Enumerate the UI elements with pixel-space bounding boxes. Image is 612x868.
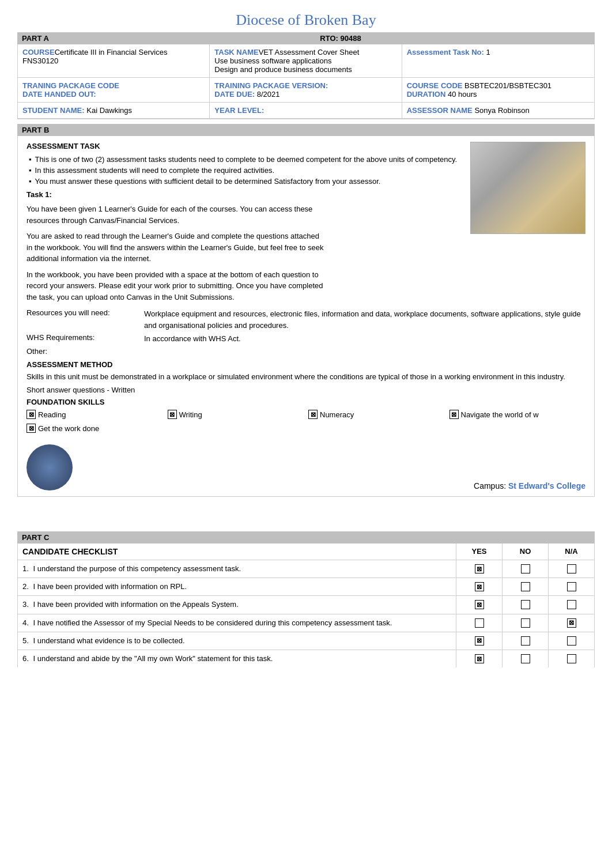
checklist-na-4: ⊠ xyxy=(548,614,594,632)
task-sub2: Design and produce business documents xyxy=(214,65,396,74)
get-work-done-checkbox: ⊠ xyxy=(27,424,36,433)
course-label: COURSE xyxy=(22,48,55,56)
reading-label: Reading xyxy=(38,410,66,419)
assessor-name-value: Sonya Robinson xyxy=(474,106,529,115)
date-due-label: DATE DUE: xyxy=(214,90,255,99)
task-name-value: VET Assessment Cover Sheet xyxy=(259,48,360,56)
checklist-row-1: 1. I understand the purpose of this comp… xyxy=(17,560,595,578)
col-na-header: N/A xyxy=(548,544,594,560)
checklist-row-4: 4. I have notified the Assessor of my Sp… xyxy=(17,614,595,632)
na-checkbox-1 xyxy=(567,564,576,573)
navigate-checkbox: ⊠ xyxy=(449,410,459,419)
duration-value: 40 hours xyxy=(448,90,477,99)
yes-checkbox-4 xyxy=(475,618,484,628)
task1-text-1: You have been given 1 Learner's Guide fo… xyxy=(27,203,326,226)
checklist-no-6 xyxy=(502,650,548,667)
checklist-row-5: 5. I understand what evidence is to be c… xyxy=(17,632,595,650)
checklist-no-3 xyxy=(502,596,548,613)
page-title: Diocese of Broken Bay xyxy=(17,12,595,29)
part-b-content: ASSESSMENT TASK This is one of two (2) a… xyxy=(17,136,595,497)
skill-navigate: ⊠ Navigate the world of w xyxy=(449,410,586,419)
checklist-yes-2: ⊠ xyxy=(456,578,502,595)
part-b-header: PART B xyxy=(17,124,595,136)
checklist-text-4: 4. I have notified the Assessor of my Sp… xyxy=(18,614,456,632)
checklist-yes-4 xyxy=(456,614,502,632)
no-checkbox-6 xyxy=(521,654,530,663)
yes-checkbox-3: ⊠ xyxy=(475,600,484,609)
whs-label: WHS Requirements: xyxy=(27,333,142,345)
task-sub1: Use business software applications xyxy=(214,56,396,65)
task-name-label: TASK NAME xyxy=(214,48,258,56)
training-pkg-label: TRANING PACKAGE CODE xyxy=(22,81,119,90)
course-sub1 xyxy=(22,65,205,74)
other-label: Other: xyxy=(27,347,142,356)
yes-checkbox-6: ⊠ xyxy=(475,654,484,663)
course-cell: COURSECertificate III in Financial Servi… xyxy=(18,44,210,77)
checklist-title: CANDIDATE CHECKLIST xyxy=(18,544,456,560)
date-handed-out-label: DATE HANDED OUT: xyxy=(22,90,205,99)
no-checkbox-2 xyxy=(521,582,530,591)
checklist-text-3: 3. I have been provided with information… xyxy=(18,596,456,613)
checklist-no-2 xyxy=(502,578,548,595)
checklist-na-2 xyxy=(548,578,594,595)
na-checkbox-4: ⊠ xyxy=(567,618,576,628)
checklist-na-6 xyxy=(548,650,594,667)
na-checkbox-6 xyxy=(567,654,576,663)
course-code-value: BSBTEC201/BSBTEC301 xyxy=(464,81,551,90)
resources-value: Workplace equipment and resources, elect… xyxy=(144,308,585,331)
na-checkbox-2 xyxy=(567,582,576,591)
bottom-circle-image xyxy=(27,444,73,490)
checklist-no-5 xyxy=(502,632,548,650)
year-level-label: YEAR LEVEL: xyxy=(214,106,264,115)
checklist-na-3 xyxy=(548,596,594,613)
assessment-task-cell: Assessment Task No: 1 xyxy=(402,44,594,77)
checklist-yes-6: ⊠ xyxy=(456,650,502,667)
course-code-cell: COURSE CODE BSBTEC201/BSBTEC301 DURATION… xyxy=(402,78,594,102)
na-checkbox-3 xyxy=(567,600,576,609)
checklist-yes-5: ⊠ xyxy=(456,632,502,650)
task1-text-3: In the workbook, you have been provided … xyxy=(27,269,326,303)
skill-reading: ⊠ Reading xyxy=(27,410,163,419)
date-due-value: 8/2021 xyxy=(257,90,280,99)
task-name-cell: TASK NAMEVET Assessment Cover Sheet Use … xyxy=(210,44,402,77)
image-placeholder xyxy=(471,142,585,233)
assessment-task-value: 1 xyxy=(486,48,490,56)
other-value xyxy=(144,347,585,356)
skill-numeracy: ⊠ Numeracy xyxy=(308,410,445,419)
no-checkbox-3 xyxy=(521,600,530,609)
student-name-cell: STUDENT NAME: Kai Dawkings xyxy=(18,103,210,118)
duration-label: DURATION xyxy=(407,90,446,99)
student-name-label: STUDENT NAME: xyxy=(22,106,85,115)
student-name-value: Kai Dawkings xyxy=(86,106,132,115)
part-c-header: PART C xyxy=(17,531,595,544)
year-level-cell: YEAR LEVEL: xyxy=(210,103,402,118)
yes-checkbox-5: ⊠ xyxy=(475,636,484,646)
checklist-yes-1: ⊠ xyxy=(456,560,502,578)
checklist-text-5: 5. I understand what evidence is to be c… xyxy=(18,632,456,650)
assessment-method-title: ASSESSMENT METHOD xyxy=(27,360,585,369)
course-code-label: COURSE CODE xyxy=(407,81,463,90)
campus-value: St Edward's College xyxy=(508,481,585,490)
col-no-header: NO xyxy=(502,544,548,560)
yes-checkbox-1: ⊠ xyxy=(475,564,484,573)
part-a-label: PART A xyxy=(17,32,86,44)
assessment-task-label: Assessment Task No: xyxy=(407,48,484,56)
checklist-row-2: 2. I have been provided with information… xyxy=(17,578,595,596)
navigate-label: Navigate the world of w xyxy=(461,410,539,419)
checklist-text-1: 1. I understand the purpose of this comp… xyxy=(18,560,456,578)
no-checkbox-1 xyxy=(521,564,530,573)
task1-text-2: You are asked to read through the Learne… xyxy=(27,231,326,265)
resources-section: Resources you will need: Workplace equip… xyxy=(27,308,585,356)
no-checkbox-4 xyxy=(521,618,530,628)
skill-get-work-done: ⊠ Get the work done xyxy=(27,424,163,433)
whs-value: In accordance with WHS Act. xyxy=(144,333,585,345)
writing-checkbox: ⊠ xyxy=(168,410,177,419)
skill-writing: ⊠ Writing xyxy=(168,410,304,419)
checklist-row-3: 3. I have been provided with information… xyxy=(17,596,595,614)
yes-checkbox-2: ⊠ xyxy=(475,582,484,591)
checklist-na-5 xyxy=(548,632,594,650)
foundation-skills-grid: ⊠ Reading ⊠ Writing ⊠ Numeracy ⊠ Navigat… xyxy=(27,410,585,433)
checklist-no-4 xyxy=(502,614,548,632)
assessment-method-text: Skills in this unit must be demonstrated… xyxy=(27,371,585,383)
checklist-header: CANDIDATE CHECKLIST YES NO N/A xyxy=(17,544,595,560)
